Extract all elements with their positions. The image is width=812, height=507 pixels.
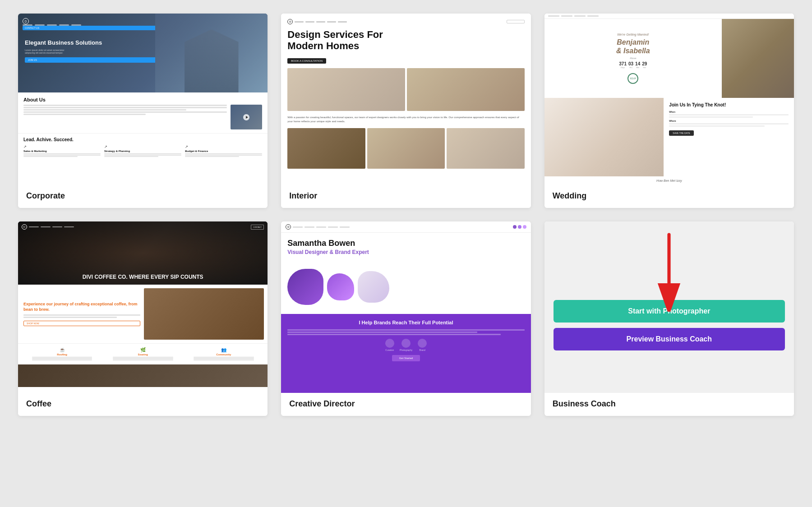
corp-play-btn[interactable] — [243, 114, 249, 120]
int-bot-img-2 — [367, 128, 445, 169]
wed-nav — [544, 14, 794, 19]
creative-label: Creative Director — [281, 393, 531, 416]
creative-preview: D Samantha Bowen Visual Designer & Brand… — [281, 221, 531, 393]
cof-exp-btn: SHOP NOW — [23, 321, 140, 326]
int-hero-grid — [287, 68, 524, 111]
cre-blob-1 — [287, 269, 323, 305]
cof-right-img — [144, 288, 264, 340]
business-coach-card: Start with Photographer Preview Business… — [544, 221, 794, 416]
creative-card: D Samantha Bowen Visual Designer & Brand… — [281, 221, 531, 416]
int-bottom-grid — [287, 128, 524, 169]
wed-count-min: 14 Min — [635, 61, 640, 69]
cre-dot-1 — [513, 225, 517, 229]
corp-nav-link — [71, 24, 81, 26]
wedding-card: We're Getting Married! Benjamin& Isabell… — [544, 14, 794, 208]
wed-count-days: 371 Days — [619, 61, 627, 69]
wed-bottom-text: How Ben Met Izzy — [544, 176, 794, 185]
corp-nav-link — [59, 24, 69, 26]
corp-logo: D — [23, 18, 29, 24]
action-arrow — [651, 230, 687, 313]
cre-title-text: Visual Designer & Brand Expert — [287, 249, 524, 255]
wed-tagline: We're Getting Married! — [617, 33, 649, 36]
cre-bottom-title: I Help Brands Reach Their Full Potential — [287, 319, 524, 326]
wed-right — [722, 19, 794, 98]
wed-hand-detail — [544, 98, 664, 177]
corp-services: ↗ Sales & Marketing ↗ Strategy & Plannin… — [23, 145, 262, 157]
corporate-label: Corporate — [18, 185, 268, 208]
cof-feature-1: ☕ Roofing — [22, 347, 102, 361]
action-preview: Start with Photographer Preview Business… — [544, 221, 794, 393]
corp-nav-link — [47, 24, 57, 26]
wed-join-when: When — [669, 111, 789, 113]
cof-feature-title-3: Community — [186, 353, 261, 356]
corp-service-arrow: ↗ — [23, 145, 101, 149]
corporate-preview: D CONTACT US Elegant Business Sol — [18, 14, 268, 185]
wed-count-hrs: 03 Hrs — [628, 61, 633, 69]
cof-bottom-img — [18, 364, 268, 387]
cof-feature-3: 👥 Community — [183, 347, 264, 361]
wed-left: We're Getting Married! Benjamin& Isabell… — [544, 19, 722, 98]
wed-count-sec: 29 Sec — [642, 61, 647, 69]
int-search — [507, 20, 525, 23]
corp-service-arrow: ↗ — [185, 145, 262, 149]
cre-nav: D — [281, 221, 531, 233]
cof-mid: Experience our journey of crafting excep… — [18, 285, 268, 343]
corp-about-video — [231, 105, 262, 129]
int-headline: Design Services For Modern Homes — [287, 29, 524, 52]
corp-service-arrow: ↗ — [104, 145, 181, 149]
cof-feature-2: 🌿 Soaring — [102, 347, 183, 361]
cre-bottom: I Help Brands Reach Their Full Potential… — [281, 314, 531, 393]
corp-bottom: Lead. Achive. Succeed. ↗ Sales & Marketi… — [18, 133, 268, 161]
corp-building — [178, 29, 245, 92]
coffee-label: Coffee — [18, 393, 268, 416]
corp-nav-link — [35, 24, 45, 26]
int-cta-btn: BOOK A CONSULTATION — [287, 58, 326, 64]
corp-about-title: About Us — [23, 97, 262, 102]
wed-join-btn: SAVE THE DATE — [669, 130, 694, 136]
corp-service-title: Budget & Finance — [185, 150, 262, 152]
cre-bottom-icon-3: Brand — [418, 339, 427, 351]
corp-hero-image — [155, 14, 268, 92]
cof-nav: D CONTACT — [18, 224, 268, 230]
corp-service-3: ↗ Budget & Finance — [185, 145, 262, 157]
cre-blob-2 — [327, 273, 354, 300]
coffee-preview: D CONTACT DIVI COFFEE CO. WHERE EVERY SI… — [18, 221, 268, 393]
int-bot-img-1 — [287, 128, 365, 169]
int-desc: With a passion for creating beautiful, f… — [287, 115, 524, 124]
cof-exp-title: Experience our journey of crafting excep… — [23, 302, 140, 312]
wed-join: Join Us In Tying The Knot! When Where SA… — [664, 98, 794, 177]
cof-hero: D CONTACT DIVI COFFEE CO. WHERE EVERY SI… — [18, 221, 268, 285]
int-nav: D — [287, 19, 524, 24]
cre-dot-3 — [523, 225, 526, 229]
corporate-card: D CONTACT US Elegant Business Sol — [18, 14, 268, 208]
cof-left-content: Experience our journey of crafting excep… — [22, 288, 142, 340]
int-hero-img-1 — [287, 68, 405, 111]
cre-logo: D — [286, 224, 291, 230]
wed-date-label: #love — [630, 57, 636, 60]
interior-card: D Design Services For Modern Homes BOOK … — [281, 14, 531, 208]
wedding-preview: We're Getting Married! Benjamin& Isabell… — [544, 14, 794, 185]
int-logo: D — [287, 19, 293, 24]
wed-circle: RSVP — [627, 73, 638, 84]
cre-bottom-icon-2: Photography — [400, 339, 412, 351]
cre-bottom-btn: Get Started — [392, 355, 420, 361]
corp-hero: D CONTACT US Elegant Business Sol — [18, 14, 268, 92]
preview-business-coach-button[interactable]: Preview Business Coach — [554, 328, 785, 350]
wed-bottom: Join Us In Tying The Knot! When Where SA… — [544, 98, 794, 177]
corp-nav-link — [23, 24, 32, 26]
wed-names: Benjamin& Isabella — [616, 38, 650, 55]
cre-hero: Samantha Bowen Visual Designer & Brand E… — [281, 233, 531, 260]
cre-bottom-icons: Curation Photography Brand — [287, 339, 524, 351]
wed-join-where: Where — [669, 120, 789, 122]
cof-feature-icon-1: ☕ — [24, 347, 100, 352]
coffee-card: D CONTACT DIVI COFFEE CO. WHERE EVERY SI… — [18, 221, 268, 416]
wed-couple-img — [722, 19, 794, 98]
wed-ring-img — [544, 98, 664, 177]
wed-join-title: Join Us In Tying The Knot! — [669, 102, 789, 108]
cof-logo: D — [22, 224, 27, 230]
wed-top: We're Getting Married! Benjamin& Isabell… — [544, 19, 794, 98]
cof-features: ☕ Roofing 🌿 Soaring 👥 Community — [18, 343, 268, 364]
business-coach-label: Business Coach — [544, 393, 794, 416]
int-hero-img-2 — [407, 68, 525, 111]
int-bot-img-3 — [447, 128, 524, 169]
